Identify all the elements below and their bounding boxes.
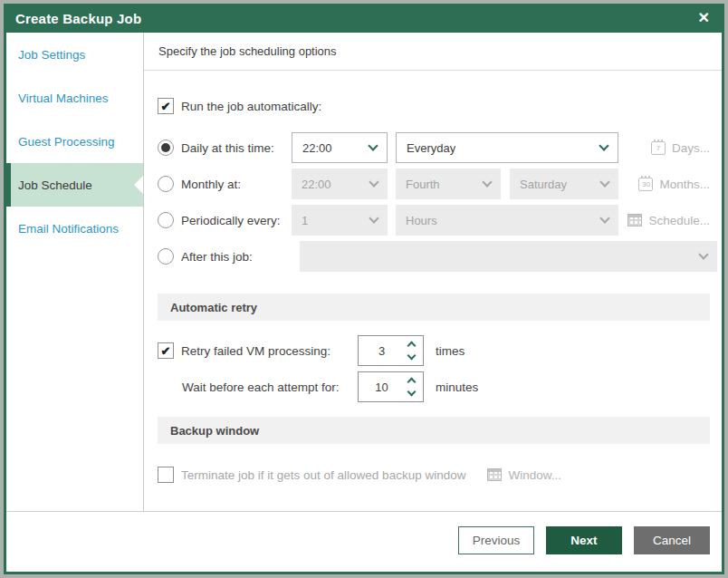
retry-suffix-label: times xyxy=(436,344,465,358)
page-title: Specify the job scheduling options xyxy=(144,33,722,71)
next-button[interactable]: Next xyxy=(546,526,622,554)
window-button: Window... xyxy=(487,468,561,482)
daily-day-dropdown[interactable]: Everyday xyxy=(396,132,618,163)
chevron-down-icon xyxy=(599,140,608,150)
sidebar-item-guest-processing[interactable]: Guest Processing xyxy=(6,120,143,163)
chevron-down-icon xyxy=(369,213,378,223)
periodically-interval-dropdown: 1 xyxy=(292,205,388,236)
sidebar-item-label: Email Notifications xyxy=(18,222,119,236)
previous-button[interactable]: Previous xyxy=(458,526,534,554)
terminate-checkbox[interactable] xyxy=(158,467,174,483)
after-job-dropdown xyxy=(300,241,717,272)
sidebar-item-job-schedule[interactable]: Job Schedule xyxy=(6,163,143,207)
days-button: 7 Days... xyxy=(651,141,710,155)
wizard-steps-sidebar: Job Settings Virtual Machines Guest Proc… xyxy=(6,33,144,511)
wait-suffix-label: minutes xyxy=(436,381,478,394)
window-button-label: Window... xyxy=(508,468,561,482)
monthly-label: Monthly at: xyxy=(181,178,292,191)
months-button-label: Months... xyxy=(659,178,710,191)
wait-minutes-stepper[interactable]: 10 xyxy=(358,371,424,402)
dialog-footer: Previous Next Cancel xyxy=(6,511,722,572)
chevron-down-icon xyxy=(698,249,708,259)
periodically-label: Periodically every: xyxy=(181,214,292,227)
chevron-down-icon xyxy=(482,177,492,187)
stepper-down-icon[interactable] xyxy=(407,352,417,361)
after-job-schedule-row: After this job: xyxy=(158,241,710,272)
chevron-down-icon xyxy=(599,213,609,223)
sidebar-item-label: Job Schedule xyxy=(18,178,92,192)
chevron-down-icon xyxy=(369,177,378,187)
stepper-up-icon[interactable] xyxy=(407,342,417,351)
monthly-radio[interactable] xyxy=(158,176,174,192)
daily-label: Daily at this time: xyxy=(181,141,292,155)
main-panel: Specify the job scheduling options ✔ Run… xyxy=(144,33,722,511)
days-button-label: Days... xyxy=(672,141,710,155)
wait-row: Wait before each attempt for: 10 minutes xyxy=(158,371,710,402)
after-job-radio[interactable] xyxy=(158,248,174,265)
calendar-7-icon: 7 xyxy=(651,141,666,155)
sidebar-item-label: Virtual Machines xyxy=(18,92,109,105)
wait-label: Wait before each attempt for: xyxy=(182,381,358,394)
run-automatically-checkbox[interactable]: ✔ xyxy=(158,98,174,114)
monthly-schedule-row: Monthly at: 22:00 Fourth Saturday 30 xyxy=(158,169,710,199)
stepper-down-icon[interactable] xyxy=(407,388,417,397)
sidebar-item-virtual-machines[interactable]: Virtual Machines xyxy=(6,76,143,120)
periodically-radio[interactable] xyxy=(158,212,174,228)
daily-radio[interactable] xyxy=(158,140,174,156)
backup-window-section-header: Backup window xyxy=(158,417,710,444)
sidebar-item-email-notifications[interactable]: Email Notifications xyxy=(6,207,143,250)
monthly-weekday-dropdown: Saturday xyxy=(510,169,618,199)
sidebar-item-label: Job Settings xyxy=(18,48,85,62)
daily-time-dropdown[interactable]: 22:00 xyxy=(292,132,388,163)
daily-schedule-row: Daily at this time: 22:00 Everyday 7 Day… xyxy=(158,132,710,163)
schedule-button-label: Schedule... xyxy=(648,214,710,227)
calendar-grid-icon xyxy=(627,214,642,226)
title-bar: Create Backup Job ✕ xyxy=(4,4,724,33)
sidebar-item-job-settings[interactable]: Job Settings xyxy=(6,33,143,76)
terminate-row: Terminate job if it gets out of allowed … xyxy=(158,466,710,484)
close-icon[interactable]: ✕ xyxy=(695,9,713,27)
periodically-schedule-row: Periodically every: 1 Hours Schedule... xyxy=(158,205,710,236)
automatic-retry-section-header: Automatic retry xyxy=(158,294,710,321)
months-button: 30 Months... xyxy=(638,178,710,191)
periodically-unit-dropdown: Hours xyxy=(396,205,618,236)
retry-label: Retry failed VM processing: xyxy=(181,344,358,358)
scheduling-options: ✔ Run the job automatically: Daily at th… xyxy=(144,71,722,511)
calendar-30-icon: 30 xyxy=(638,178,653,191)
run-automatically-label: Run the job automatically: xyxy=(181,100,321,113)
window-title: Create Backup Job xyxy=(15,11,141,26)
retry-count-stepper[interactable]: 3 xyxy=(358,335,424,366)
schedule-button: Schedule... xyxy=(627,214,710,227)
terminate-label: Terminate job if it gets out of allowed … xyxy=(181,468,465,482)
run-automatically-row: ✔ Run the job automatically: xyxy=(158,97,710,115)
retry-row: ✔ Retry failed VM processing: 3 times xyxy=(158,335,710,366)
chevron-down-icon xyxy=(599,177,609,187)
retry-checkbox[interactable]: ✔ xyxy=(158,342,174,359)
monthly-week-dropdown: Fourth xyxy=(396,169,501,199)
sidebar-item-label: Guest Processing xyxy=(18,135,115,149)
chevron-down-icon xyxy=(368,140,378,150)
cancel-button[interactable]: Cancel xyxy=(634,526,710,554)
monthly-time-dropdown: 22:00 xyxy=(292,169,388,199)
calendar-grid-icon xyxy=(487,468,502,481)
create-backup-job-dialog: Create Backup Job ✕ Job Settings Virtual… xyxy=(4,4,724,574)
stepper-up-icon[interactable] xyxy=(407,378,417,387)
after-job-label: After this job: xyxy=(181,250,292,264)
